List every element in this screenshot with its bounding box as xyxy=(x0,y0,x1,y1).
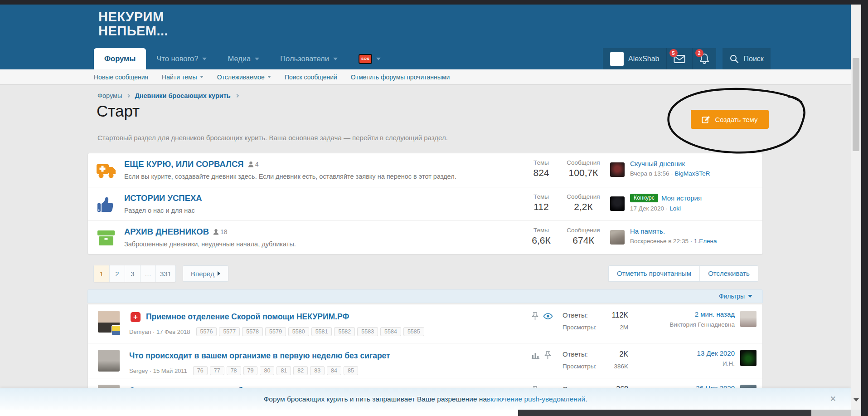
subnav-search-posts[interactable]: Поиск сообщений xyxy=(285,73,337,81)
site-logo[interactable]: НЕКУРИМ НЕПЬЕМ... xyxy=(98,10,168,38)
thread-title-link[interactable]: Что происходит в вашем организме в перву… xyxy=(129,351,390,361)
forum-title-link[interactable]: АРХИВ ДНЕВНИКОВ xyxy=(124,227,209,237)
search-button[interactable]: Поиск xyxy=(723,48,771,69)
thread-state-icons xyxy=(531,312,553,321)
watch-forum-button[interactable]: Отслеживать xyxy=(699,266,758,281)
caret-down-icon xyxy=(202,58,207,60)
page-subtitle: Стартовый раздел для дневников бросающих… xyxy=(97,134,448,142)
subnav-find-threads[interactable]: Найти темы xyxy=(162,73,204,81)
last-poster-avatar[interactable] xyxy=(740,311,756,327)
secondary-nav: Новые сообщения Найти темы Отслеживаемое… xyxy=(0,69,851,85)
thread-meta: Demyan · 17 Фев 2018 5576557755785579558… xyxy=(129,327,424,336)
account-menu-button[interactable]: AlexShab xyxy=(603,48,666,69)
thread-page-pill[interactable]: 5579 xyxy=(265,327,286,336)
forum-messages-stat: Сообщения 2,2К xyxy=(558,193,608,212)
last-post-title[interactable]: Моя история xyxy=(661,194,702,202)
list-action-buttons: Отметить прочитанным Отслеживать xyxy=(608,265,758,282)
thread-page-pill[interactable]: 5577 xyxy=(219,327,240,336)
tab-forums[interactable]: Форумы xyxy=(94,48,146,69)
last-poster-avatar[interactable] xyxy=(740,350,756,366)
thread-author-avatar[interactable] xyxy=(98,311,120,333)
filters-button[interactable]: Фильтры xyxy=(719,293,752,300)
last-post-date: Воскресенье в 22:35 · xyxy=(630,238,692,245)
enable-push-link[interactable]: включение push-уведомлений xyxy=(487,395,585,403)
push-notification-banner: Форум бросающих курить и пить запрашивае… xyxy=(0,388,851,410)
close-icon[interactable]: ✕ xyxy=(830,394,836,404)
forum-topics-stat: Темы 112 xyxy=(521,193,562,212)
thread-last-post: 2 мин. назад Виктория Геннадиевна xyxy=(599,310,735,328)
alerts-button[interactable]: 2 xyxy=(692,48,716,69)
scrollbar-thumb[interactable] xyxy=(853,58,859,151)
tab-sos[interactable]: SOS xyxy=(348,48,391,69)
subnav-watched[interactable]: Отслеживаемое xyxy=(217,73,271,81)
caret-down-icon xyxy=(376,58,381,60)
thread-page-pill[interactable]: 5580 xyxy=(288,327,309,336)
thread-page-pill[interactable]: 80 xyxy=(260,366,274,375)
inbox-button[interactable]: 5 xyxy=(666,48,692,69)
subnav-new-posts[interactable]: Новые сообщения xyxy=(94,73,148,81)
page-331[interactable]: 331 xyxy=(155,265,175,282)
thread-page-links: 76777879808182838485 xyxy=(193,366,358,375)
thread-title-link[interactable]: Приемное отделение Скорой помощи НЕКУРИМ… xyxy=(146,312,349,322)
thread-page-pill[interactable]: 5585 xyxy=(403,327,424,336)
caret-down-icon xyxy=(255,58,259,60)
forum-title-link[interactable]: ИСТОРИИ УСПЕХА xyxy=(124,193,202,203)
last-post-date-link[interactable]: 2 мин. назад xyxy=(695,310,735,318)
tab-users[interactable]: Пользователи xyxy=(270,48,348,69)
caret-down-icon xyxy=(267,76,271,78)
thread-page-pill[interactable]: 84 xyxy=(327,366,341,375)
last-post-title[interactable]: Скучный дневник xyxy=(630,160,685,167)
breadcrumb-forums[interactable]: Форумы xyxy=(97,92,122,99)
thread-page-pill[interactable]: 5582 xyxy=(334,327,355,336)
forum-description: Раздел о нас и для нас xyxy=(124,207,195,214)
forum-messages-stat: Сообщения 100,7К xyxy=(558,159,608,178)
search-icon xyxy=(729,54,739,64)
mark-read-button[interactable]: Отметить прочитанным xyxy=(609,266,699,281)
thread-page-pill[interactable]: 5576 xyxy=(196,327,217,336)
thread-page-pill[interactable]: 79 xyxy=(243,366,258,375)
create-thread-button[interactable]: Создать тему xyxy=(691,110,769,129)
page-2[interactable]: 2 xyxy=(109,265,125,282)
user-count-icon xyxy=(248,161,254,167)
last-post-avatar[interactable] xyxy=(610,196,625,211)
last-post-title[interactable]: На память. xyxy=(630,227,665,235)
caret-down-icon xyxy=(748,295,752,298)
thread-page-pill[interactable]: 83 xyxy=(310,366,325,375)
last-post-avatar[interactable] xyxy=(610,230,625,245)
forum-topics-stat: Темы 824 xyxy=(521,159,562,178)
create-thread-label: Создать тему xyxy=(715,116,757,123)
tab-media-label: Медиа xyxy=(228,54,251,63)
thread-page-pill[interactable]: 5584 xyxy=(380,327,401,336)
page-3[interactable]: 3 xyxy=(125,265,140,282)
sos-badge: SOS xyxy=(359,54,372,64)
thread-page-pill[interactable]: 82 xyxy=(293,366,308,375)
thread-page-pill[interactable]: 77 xyxy=(210,366,224,375)
forum-title-link[interactable]: ЕЩЕ КУРЮ, ИЛИ СОРВАЛСЯ xyxy=(124,159,244,169)
last-post-avatar[interactable] xyxy=(610,162,625,177)
breadcrumb-section[interactable]: Дневники бросающих курить xyxy=(135,92,230,99)
next-page-button[interactable]: Вперёд xyxy=(183,265,228,282)
thread-state-icons xyxy=(531,351,552,360)
browser-viewport: НЕКУРИМ НЕПЬЕМ... Форумы Что нового? Мед… xyxy=(0,0,868,416)
thread-page-pill[interactable]: 78 xyxy=(227,366,241,375)
last-post-user[interactable]: BigMaxSTeR xyxy=(675,170,710,177)
subnav-mark-forums-read[interactable]: Отметить форумы прочитанными xyxy=(351,73,450,81)
thread-page-pill[interactable]: 85 xyxy=(344,366,358,375)
tab-whats-new[interactable]: Что нового? xyxy=(146,48,217,69)
thread-page-pill[interactable]: 5581 xyxy=(311,327,332,336)
last-post-user[interactable]: Loki xyxy=(669,205,681,212)
forum-description: Если вы курите, создавайте дневник здесь… xyxy=(124,173,456,180)
browser-scrollbar[interactable] xyxy=(851,5,861,410)
last-post-user[interactable]: 1.Елена xyxy=(694,238,717,245)
thread-page-pill[interactable]: 76 xyxy=(193,366,208,375)
last-post-date-link[interactable]: 13 Дек 2020 xyxy=(697,349,735,357)
thread-author-avatar[interactable] xyxy=(98,350,120,372)
thread-page-pill[interactable]: 81 xyxy=(276,366,291,375)
archive-box-icon xyxy=(95,227,117,249)
tab-media[interactable]: Медиа xyxy=(217,48,270,69)
scroll-down-icon[interactable] xyxy=(853,398,859,401)
thread-page-pill[interactable]: 5578 xyxy=(242,327,263,336)
page-1[interactable]: 1 xyxy=(94,265,109,282)
site-header: НЕКУРИМ НЕПЬЕМ... Форумы Что нового? Мед… xyxy=(0,5,851,69)
thread-page-pill[interactable]: 5583 xyxy=(357,327,378,336)
